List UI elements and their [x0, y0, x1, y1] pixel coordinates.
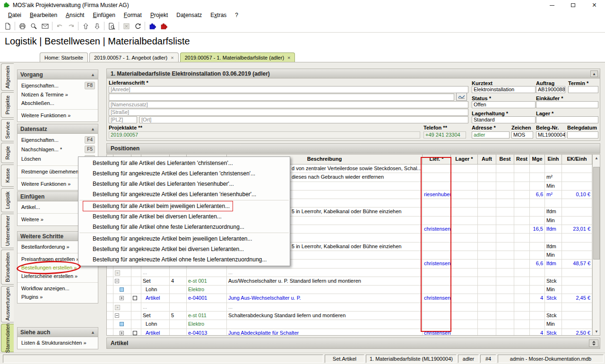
expand-panel-icon[interactable]	[589, 339, 598, 347]
document-tab-1[interactable]: 2019.00057 - 1. Angebot (adler)×	[89, 52, 179, 62]
strasse-field[interactable]: [Straße]	[109, 109, 468, 116]
table-row[interactable]: Artikele-04001Jung Aus-Wechselschalter u…	[107, 294, 592, 303]
module-tab-logistik[interactable]: Logistik	[1, 188, 14, 212]
minimize-button[interactable]	[541, 0, 562, 10]
address-check-button[interactable]	[456, 93, 467, 101]
context-menu-item[interactable]: Bestellung für alle Artikel ohne feste L…	[78, 222, 290, 232]
table-row[interactable]: »......	[107, 269, 592, 277]
context-menu-item[interactable]: Bestellung für angekreuzte Artikel des L…	[78, 189, 290, 199]
sidebar-section-title[interactable]: Datensatz▲	[17, 124, 98, 134]
table-row[interactable]: Set4e-st 001Aus/Wechselschalter u. P. St…	[107, 277, 592, 286]
row-selector-cell[interactable]	[107, 277, 113, 285]
sidebar-item-workflowanzeigen[interactable]: Workflow anzeigen...	[17, 284, 98, 293]
menubar-item-datei[interactable]: Datei	[4, 11, 26, 20]
sidebar-item-abschließen[interactable]: Abschließen...	[17, 99, 98, 107]
table-row[interactable]: LohnElektroMin	[107, 320, 592, 329]
scroll-up-icon[interactable]: ▲	[593, 155, 600, 162]
table-row[interactable]: Artikele-04013Jung Abdeckplatte für Scha…	[107, 329, 592, 336]
expand-node-icon[interactable]	[120, 331, 124, 335]
collapse-node-icon[interactable]	[115, 313, 119, 318]
sidebar-item-weiterefunktionen[interactable]: Weitere Funktionen »	[17, 111, 98, 120]
table-row[interactable]: Set5e-st 011Schalterabdeckung Standard l…	[107, 312, 592, 320]
namenszusatz-field[interactable]: [Namenszusatz]	[109, 101, 468, 108]
printer-icon[interactable]	[17, 21, 28, 31]
context-menu-item[interactable]: Bestellung für alle Artikel beim jeweili…	[78, 201, 290, 211]
sidebar-item-lieferscheineerstellen[interactable]: Lieferscheine erstellen »	[17, 272, 98, 280]
artikel-section-bar[interactable]: Artikel	[106, 338, 600, 349]
adresse-field[interactable]: adler	[472, 131, 510, 139]
termin-field[interactable]	[568, 86, 598, 93]
menubar-item-format[interactable]: Format	[120, 11, 146, 20]
zeichen-field[interactable]: MOS	[511, 131, 533, 139]
new-document-icon[interactable]	[2, 21, 13, 31]
menubar-item-?[interactable]: ?	[231, 11, 242, 20]
row-checkbox[interactable]	[133, 296, 137, 300]
document-preview-icon[interactable]	[106, 21, 117, 31]
column-header-Best[interactable]: Best	[496, 155, 514, 164]
row-selector-cell[interactable]	[107, 312, 113, 320]
check-cell[interactable]	[131, 294, 141, 302]
menubar-item-bearbeiten[interactable]: Bearbeiten	[26, 11, 61, 20]
plugin-blue-icon[interactable]	[147, 21, 158, 31]
context-menu-item[interactable]: Bestellung für angekreuzte Artikel des L…	[78, 168, 290, 179]
move-down-icon[interactable]	[91, 21, 103, 31]
vertical-scrollbar[interactable]: ▲ ▼	[592, 155, 600, 335]
close-button[interactable]: ×	[584, 0, 605, 10]
telefon-value[interactable]: +49 241 23304	[424, 131, 466, 139]
plz-field[interactable]: [PLZ]	[109, 116, 137, 123]
move-up-icon[interactable]	[80, 21, 91, 31]
table-row[interactable]: LohnElektroMin	[107, 286, 592, 294]
sidebar-section-title[interactable]: Siehe auch▲	[17, 328, 98, 337]
menubar-item-projekt[interactable]: Projekt	[146, 11, 172, 20]
document-tab-0[interactable]: Home: Startseite	[40, 52, 88, 62]
module-tab-kasse[interactable]: Kasse	[1, 165, 14, 187]
column-header-EK/Einh[interactable]: EK/Einh	[562, 155, 592, 164]
refresh-icon[interactable]	[132, 21, 143, 31]
sidebar-item-notizentermine[interactable]: Notizen & Termine »	[17, 90, 98, 99]
row-checkbox[interactable]	[133, 331, 137, 335]
module-tab-unternehmer[interactable]: Unternehmer	[1, 214, 14, 248]
column-header-Rest[interactable]: Rest	[514, 155, 530, 164]
plugin-red-icon[interactable]	[158, 21, 169, 31]
belegnr-field[interactable]: ML1900004	[536, 131, 565, 139]
context-menu-item[interactable]: Bestellung für angekreuzte Artikel beim …	[78, 234, 290, 244]
kurztext-field[interactable]: Elektroinstallation	[472, 86, 536, 93]
status-field[interactable]: Offen	[472, 101, 536, 108]
collapse-form-icon[interactable]: ▲	[590, 70, 598, 77]
collapse-section-icon[interactable]: ▲	[91, 127, 95, 131]
column-header-Mge[interactable]: Mge	[530, 155, 545, 164]
email-icon[interactable]	[39, 21, 51, 31]
maximize-button[interactable]	[562, 0, 584, 10]
collapse-node-icon[interactable]	[115, 279, 119, 283]
tab-close-icon[interactable]: ×	[287, 55, 290, 61]
collapse-section-icon[interactable]: ▲	[91, 72, 95, 77]
document-tab-2[interactable]: 2019.00057 - 1. Materialbedarfsliste (ad…	[180, 52, 295, 62]
module-tab-allgemein[interactable]: Allgemein	[1, 63, 14, 91]
column-header-Einh[interactable]: Einh	[545, 155, 562, 164]
row-selector-cell[interactable]	[107, 329, 113, 336]
sidebar-item-nachschlagen[interactable]: Nachschlagen... *F5	[17, 145, 98, 154]
menubar-item-einfgen[interactable]: Einfügen	[88, 11, 119, 20]
menubar-item-ansicht[interactable]: Ansicht	[61, 11, 88, 20]
row-selector-cell[interactable]	[107, 286, 113, 294]
belegdatum-field[interactable]	[567, 131, 598, 139]
context-menu-item[interactable]: Bestellung für angekreuzte Artikel ohne …	[78, 254, 290, 265]
sidebar-item-listenstrukturansichten[interactable]: Listen & Strukturansichten »	[17, 338, 98, 347]
lagerhaltung-field[interactable]: Standard	[472, 116, 536, 123]
tab-close-icon[interactable]: ×	[171, 55, 173, 61]
ort-field[interactable]: [Ort]	[139, 116, 468, 123]
collapse-section-icon[interactable]: ▲	[91, 330, 95, 335]
collapsed-rows-icon[interactable]: »	[115, 270, 120, 276]
row-selector-cell[interactable]	[107, 294, 113, 302]
context-menu-item[interactable]: Bestellung für alle Artikel des Lieferan…	[78, 158, 290, 168]
column-header-Auft[interactable]: Auft	[478, 155, 496, 164]
module-tab-stammdaten[interactable]: Stammdaten	[1, 324, 14, 352]
projektakte-value[interactable]: 2019.00057	[109, 131, 420, 139]
module-tab-büroarbeiten[interactable]: Büroarbeiten	[1, 250, 14, 285]
sidebar-item-eigenschaften[interactable]: Eigenschaften...F4	[17, 135, 98, 145]
sidebar-item-eigenschaften[interactable]: Eigenschaften...F8	[17, 81, 98, 90]
scroll-down-icon[interactable]: ▼	[593, 328, 600, 335]
sidebar-section-title[interactable]: Vorgang▲	[17, 70, 98, 79]
context-menu-item[interactable]: Bestellung für alle Artikel des Lieferan…	[78, 179, 290, 189]
module-tab-regie[interactable]: Regie	[1, 143, 14, 163]
